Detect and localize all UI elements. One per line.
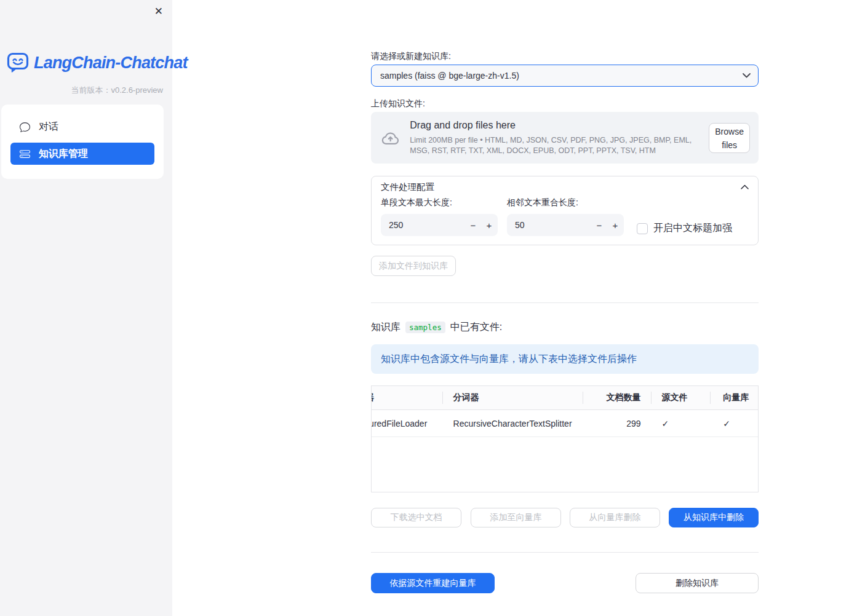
table-row[interactable]: UnstructuredFileLoader RecursiveCharacte… [372,410,758,437]
chunk-size-label: 单段文本最大长度: [381,197,498,208]
divider [371,552,759,553]
dropzone-instructions: Drag and drop files here Limit 200MB per… [400,120,709,156]
upload-label: 上传知识文件: [371,98,425,109]
overlap-size-decrement-button[interactable]: − [591,214,608,236]
version-value: v0.2.6-preview [111,85,163,95]
chunk-size-increment-button[interactable]: + [480,214,498,236]
cell-loader: UnstructuredFileLoader [372,410,442,436]
logo: LangChain-Chatchat [7,52,188,73]
sidebar-menu: 对话 知识库管理 [1,105,164,179]
table-header-row: 文档加载器 分词器 文档数量 源文件 向量库 [372,386,758,410]
overlap-size-group: 相邻文本重合长度: 50 − + [507,197,624,236]
column-header-loader: 文档加载器 [372,386,442,409]
cell-doc-count: 299 [583,410,651,436]
column-header-splitter: 分词器 [442,386,583,409]
delete-from-kb-button[interactable]: 从知识库中删除 [669,508,759,527]
stack-icon [20,149,30,159]
cell-splitter: RecursiveCharacterTextSplitter [442,410,583,436]
expander-title: 文件处理配置 [381,181,434,193]
table-actions: 下载选中文档 添加至向量库 从向量库删除 从知识库中删除 [371,508,759,527]
expander-body: 单段文本最大长度: 250 − + 相邻文本重合长度: 50 − + [372,197,758,245]
cell-vector-store-check: ✓ [710,410,758,436]
kb-name-code: samples [405,322,445,333]
cell-source-file-check: ✓ [651,410,711,436]
dropzone-title: Drag and drop files here [410,120,704,131]
zh-title-enhance-checkbox[interactable]: 开启中文标题加强 [637,222,732,235]
column-header-doc-count: 文档数量 [583,386,651,409]
add-files-to-kb-button[interactable]: 添加文件到知识库 [371,256,456,276]
kb-select-value: samples (faiss @ bge-large-zh-v1.5) [380,71,743,81]
divider [371,302,759,303]
dropzone-limit-text: Limit 200MB per file • HTML, MD, JSON, C… [410,135,704,156]
checkbox-label: 开启中文标题加强 [653,222,732,235]
kb-select[interactable]: samples (faiss @ bge-large-zh-v1.5) [371,65,759,87]
logo-text: LangChain-Chatchat [34,53,188,73]
chat-icon [20,122,30,132]
sidebar-item-label: 知识库管理 [39,148,88,160]
kb-select-label: 请选择或新建知识库: [371,51,451,62]
overlap-size-label: 相邻文本重合长度: [507,197,624,208]
column-header-vector-store: 向量库 [710,386,758,409]
version-text: 当前版本：v0.2.6-preview [71,85,163,96]
overlap-size-input[interactable]: 50 − + [507,214,624,236]
overlap-size-increment-button[interactable]: + [607,214,624,236]
chevron-down-icon [743,73,751,78]
checkbox-box[interactable] [637,223,648,234]
chunk-size-value: 250 [389,220,403,230]
column-header-source-file: 源文件 [651,386,711,409]
add-to-vector-store-button[interactable]: 添加至向量库 [471,508,561,527]
chunk-size-group: 单段文本最大长度: 250 − + [381,197,498,236]
browse-files-button[interactable]: Browse files [709,123,750,153]
version-label: 当前版本： [71,85,111,95]
delete-from-vector-store-button[interactable]: 从向量库删除 [570,508,660,527]
overlap-size-value: 50 [515,220,525,230]
kb-files-heading: 知识库 samples 中已有文件: [371,321,502,334]
chunk-size-decrement-button[interactable]: − [464,214,482,236]
kb-files-prefix: 知识库 [371,321,401,334]
rebuild-vector-store-button[interactable]: 依据源文件重建向量库 [371,573,495,593]
expander-header[interactable]: 文件处理配置 [372,176,758,197]
info-alert: 知识库中包含源文件与向量库，请从下表中选择文件后操作 [371,344,759,374]
sidebar-item-label: 对话 [39,120,58,133]
delete-kb-button[interactable]: 删除知识库 [636,573,759,593]
files-table: 文档加载器 分词器 文档数量 源文件 向量库 UnstructuredFileL… [371,385,759,492]
file-dropzone[interactable]: Drag and drop files here Limit 200MB per… [371,112,759,164]
chunk-size-input[interactable]: 250 − + [381,214,498,236]
sidebar-item-kb-management[interactable]: 知识库管理 [10,143,154,165]
logo-chat-bubble-icon [7,52,29,73]
chevron-up-icon [741,184,749,189]
sidebar-item-dialogue[interactable]: 对话 [10,116,154,137]
kb-files-suffix: 中已有文件: [450,321,502,334]
upload-cloud-icon [381,128,400,147]
main-content: 请选择或新建知识库: samples (faiss @ bge-large-zh… [371,0,759,616]
download-selected-button[interactable]: 下载选中文档 [371,508,461,527]
sidebar: ✕ LangChain-Chatchat 当前版本：v0.2.6-preview… [0,0,172,616]
file-config-expander: 文件处理配置 单段文本最大长度: 250 − + 相邻文本重合长度: [371,176,759,245]
close-sidebar-icon[interactable]: ✕ [152,4,165,19]
